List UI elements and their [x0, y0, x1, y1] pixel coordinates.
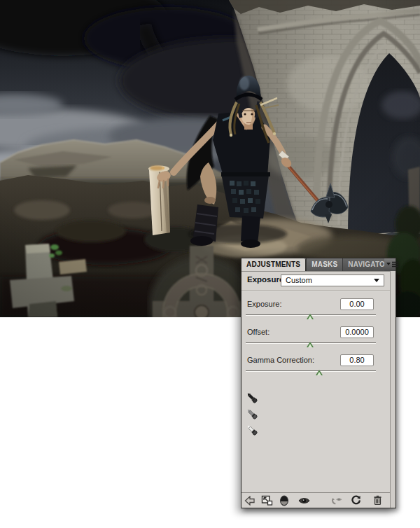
delete-trash-icon [373, 495, 382, 506]
panel-scroll-gutter[interactable] [390, 271, 396, 508]
adjustment-title: Exposure [247, 275, 284, 284]
panel-toolbar [241, 492, 390, 508]
previous-state-eye-icon [331, 496, 344, 506]
return-arrow-icon [244, 496, 255, 506]
preset-dropdown[interactable]: Custom [281, 275, 384, 286]
return-arrow-button[interactable] [244, 494, 256, 506]
delete-button[interactable] [371, 494, 384, 506]
gamma-value-input[interactable]: 0.80 [340, 354, 374, 366]
offset-control: Offset: 0.0000 [247, 326, 384, 347]
divider [241, 291, 390, 291]
gamma-slider-thumb[interactable] [316, 370, 323, 375]
reset-icon [351, 495, 361, 506]
slider-track [246, 370, 376, 372]
expanded-view-icon [261, 495, 273, 506]
white-point-eyedropper-icon[interactable] [245, 423, 258, 436]
offset-slider[interactable] [246, 341, 376, 348]
exposure-value-input[interactable]: 0.00 [340, 298, 374, 310]
tab-navigator[interactable]: NAVIGATOR [343, 258, 384, 271]
reset-button[interactable] [349, 494, 362, 506]
expanded-view-button[interactable] [260, 494, 273, 506]
panel-menu-icon [386, 261, 398, 268]
exposure-slider[interactable] [246, 313, 376, 320]
offset-slider-thumb[interactable] [307, 342, 314, 347]
preset-value: Custom [286, 276, 312, 284]
panel-menu-button[interactable] [384, 258, 402, 271]
panel-tab-bar: ADJUSTMENTS MASKS NAVIGATOR [241, 258, 396, 272]
visibility-button[interactable] [298, 494, 310, 506]
dropdown-arrow-icon [374, 279, 379, 285]
exposure-control: Exposure: 0.00 [247, 298, 384, 319]
visibility-eye-icon [298, 496, 310, 505]
exposure-slider-thumb[interactable] [307, 314, 314, 319]
offset-value-input[interactable]: 0.0000 [340, 326, 374, 338]
gray-point-eyedropper-icon[interactable] [245, 407, 258, 420]
gamma-control: Gamma Correction: 0.80 [247, 354, 384, 375]
exposure-label: Exposure: [247, 300, 282, 308]
gamma-slider[interactable] [246, 369, 376, 376]
clip-to-layer-button[interactable] [278, 494, 290, 506]
adjustments-panel: ADJUSTMENTS MASKS NAVIGATOR Exposure Cus… [241, 258, 396, 508]
eyedropper-tools [245, 391, 260, 436]
clip-to-layer-icon [279, 495, 289, 506]
tab-masks[interactable]: MASKS [306, 258, 343, 271]
black-point-eyedropper-icon[interactable] [245, 391, 258, 404]
tab-adjustments[interactable]: ADJUSTMENTS [241, 258, 306, 271]
gamma-label: Gamma Correction: [247, 356, 314, 364]
panel-content: Exposure Custom Exposure: 0.00 Offset: 0… [241, 271, 390, 492]
offset-label: Offset: [247, 328, 270, 336]
previous-state-button[interactable] [331, 494, 344, 506]
